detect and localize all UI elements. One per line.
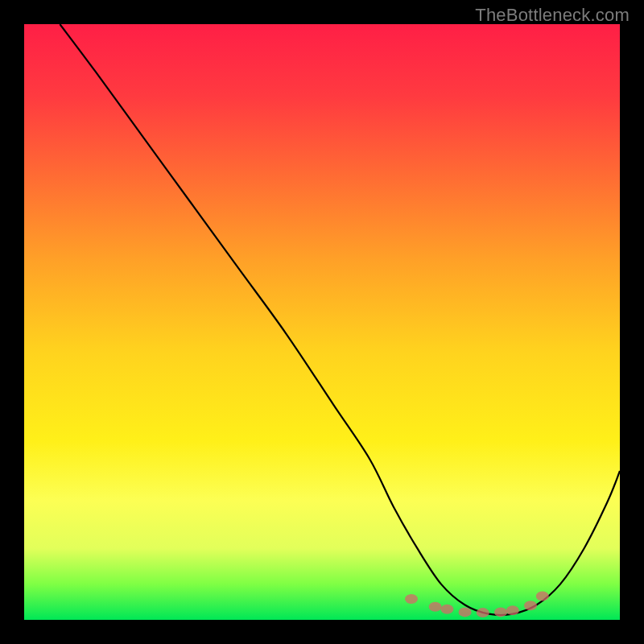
dip-marker [494,607,507,617]
attribution-text: TheBottleneck.com [475,5,630,26]
dip-marker [536,591,549,601]
plot-area [24,24,620,620]
dip-marker [429,602,442,612]
dip-marker [459,607,472,617]
chart-frame: TheBottleneck.com [0,0,644,644]
dip-marker [477,608,489,617]
dip-marker [405,594,418,604]
dip-marker [524,601,537,610]
dip-marker [440,605,453,614]
dip-marker [506,605,519,615]
chart-svg [24,24,620,620]
bottleneck-curve [60,24,620,615]
